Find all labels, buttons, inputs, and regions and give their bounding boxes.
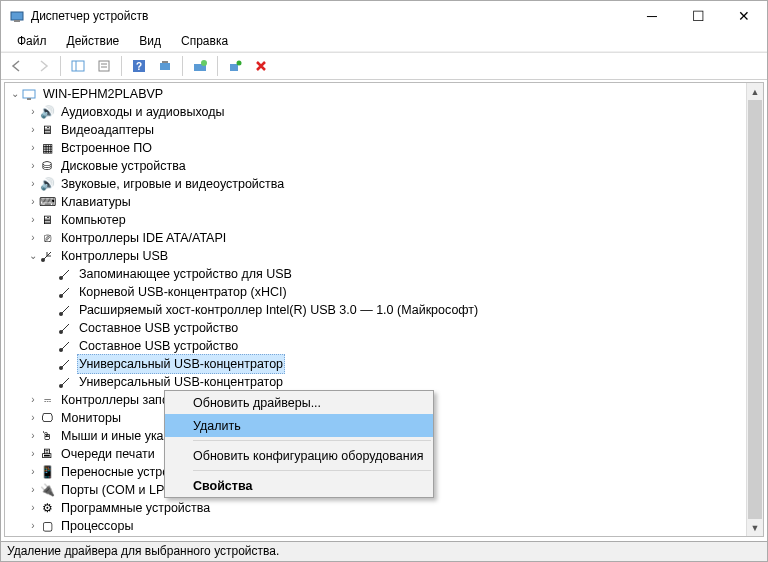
back-button[interactable] [5,55,29,77]
svg-rect-15 [23,90,35,98]
tree-item[interactable]: Корневой USB-концентратор (xHCI) [5,283,763,301]
audio-icon: 🔊 [39,104,55,120]
mouse-icon: 🖱 [39,428,55,444]
svg-rect-1 [14,20,20,22]
svg-rect-2 [72,61,84,71]
status-bar: Удаление драйвера для выбранного устройс… [1,541,767,561]
tree-category-usb[interactable]: ⌄Контроллеры USB [5,247,763,265]
close-button[interactable]: ✕ [721,1,767,31]
expand-icon[interactable]: › [27,409,39,427]
svg-rect-16 [27,98,31,100]
tree-category[interactable]: ›⛁Дисковые устройства [5,157,763,175]
status-text: Удаление драйвера для выбранного устройс… [7,544,279,558]
app-icon [9,8,25,24]
computer-icon [21,86,37,102]
tree-category[interactable]: ›⌨Клавиатуры [5,193,763,211]
usb-device-icon [57,302,73,318]
sound-icon: 🔊 [39,176,55,192]
expand-icon[interactable]: › [27,211,39,229]
expand-icon[interactable]: › [27,463,39,481]
scroll-thumb[interactable] [748,100,762,537]
expand-icon[interactable]: › [27,121,39,139]
usb-device-icon [57,266,73,282]
maximize-button[interactable]: ☐ [675,1,721,31]
expand-icon[interactable]: › [27,445,39,463]
ports-icon: 🔌 [39,482,55,498]
software-icon: ⚙ [39,500,55,516]
expand-icon[interactable]: › [27,481,39,499]
ide-icon: ⎚ [39,230,55,246]
help-button[interactable]: ? [127,55,151,77]
svg-rect-13 [230,64,238,71]
scan-button[interactable] [153,55,177,77]
update-driver-button[interactable] [188,55,212,77]
tree-item[interactable]: Запоминающее устройство для USB [5,265,763,283]
tree-category[interactable]: ›▦Встроенное ПО [5,139,763,157]
minimize-button[interactable]: ─ [629,1,675,31]
tree-category[interactable]: ›▢Процессоры [5,517,763,535]
tree-category[interactable]: ›🖧Сетевые адаптеры [5,535,763,536]
expand-icon[interactable]: › [27,139,39,157]
disk-icon: ⛁ [39,158,55,174]
monitor-icon: 🖵 [39,410,55,426]
menu-file[interactable]: Файл [7,32,57,50]
uninstall-button[interactable] [223,55,247,77]
portable-icon: 📱 [39,464,55,480]
scroll-up-button[interactable]: ▲ [747,83,763,100]
tree-category[interactable]: ›⚙Программные устройства [5,499,763,517]
collapse-icon[interactable]: ⌄ [27,247,39,265]
toolbar-separator [121,56,122,76]
ctx-delete[interactable]: Удалить [165,414,433,437]
tree-category[interactable]: ›🖥Видеоадаптеры [5,121,763,139]
storage-icon: ⎓ [39,392,55,408]
ctx-scan-hardware[interactable]: Обновить конфигурацию оборудования [165,444,433,467]
usb-device-icon [57,338,73,354]
collapse-icon[interactable]: ⌄ [9,85,21,103]
usb-device-icon [57,320,73,336]
tree-item[interactable]: Составное USB устройство [5,337,763,355]
menu-view[interactable]: Вид [129,32,171,50]
expand-icon[interactable]: › [27,499,39,517]
usb-device-icon [57,374,73,390]
cpu-icon: ▢ [39,518,55,534]
expand-icon[interactable]: › [27,103,39,121]
tree-item[interactable]: Универсальный USB-концентратор [5,373,763,391]
svg-rect-4 [99,61,109,71]
menu-action[interactable]: Действие [57,32,130,50]
tree-category[interactable]: ›🔊Аудиовходы и аудиовыходы [5,103,763,121]
delete-button[interactable] [249,55,273,77]
tree-item[interactable]: Составное USB устройство [5,319,763,337]
expand-icon[interactable]: › [27,391,39,409]
expand-icon[interactable]: › [27,517,39,535]
tree-root[interactable]: ⌄ WIN-EPHM2PLABVP [5,85,763,103]
ctx-separator [193,440,431,441]
printer-icon: 🖶 [39,446,55,462]
svg-point-12 [201,60,207,66]
menu-help[interactable]: Справка [171,32,238,50]
computer-icon: 🖥 [39,212,55,228]
properties-button[interactable] [92,55,116,77]
window-title: Диспетчер устройств [31,9,629,23]
svg-text:?: ? [136,61,142,72]
tree-category[interactable]: ›🔊Звуковые, игровые и видеоустройства [5,175,763,193]
expand-icon[interactable]: › [27,157,39,175]
show-hide-tree-button[interactable] [66,55,90,77]
expand-icon[interactable]: › [27,229,39,247]
tree-category[interactable]: ›⎚Контроллеры IDE ATA/ATAPI [5,229,763,247]
ctx-update-drivers[interactable]: Обновить драйверы... [165,391,433,414]
title-bar: Диспетчер устройств ─ ☐ ✕ [1,1,767,31]
usb-device-icon [57,356,73,372]
tree-item-selected[interactable]: Универсальный USB-концентратор [5,355,763,373]
ctx-separator [193,470,431,471]
svg-rect-10 [162,61,168,63]
expand-icon[interactable]: › [27,193,39,211]
forward-button[interactable] [31,55,55,77]
expand-icon[interactable]: › [27,175,39,193]
scroll-down-button[interactable]: ▼ [747,519,763,536]
expand-icon[interactable]: › [27,427,39,445]
ctx-properties[interactable]: Свойства [165,474,433,497]
vertical-scrollbar[interactable]: ▲ ▼ [746,83,763,536]
tree-category[interactable]: ›🖥Компьютер [5,211,763,229]
expand-icon[interactable]: › [27,535,39,536]
tree-item[interactable]: Расширяемый хост-контроллер Intel(R) USB… [5,301,763,319]
